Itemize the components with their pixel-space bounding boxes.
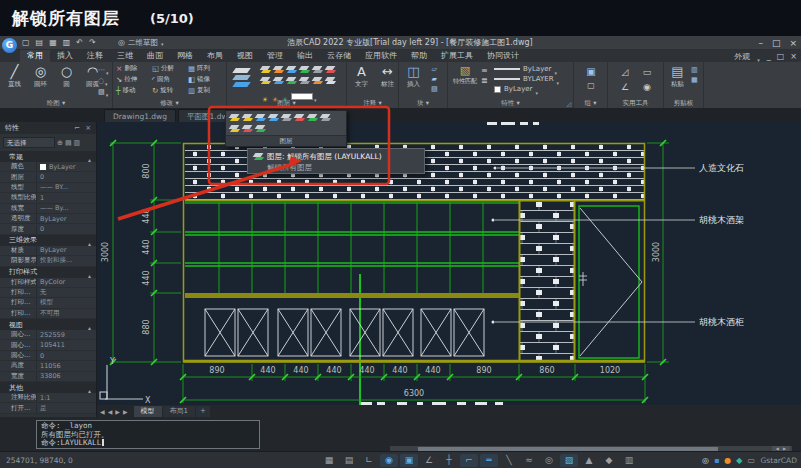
selector-icon-0[interactable]: ⊕ [57, 139, 63, 147]
draw-mini-2[interactable]: ▨ [98, 86, 109, 97]
quick-icon-4[interactable]: ↶ [76, 36, 83, 50]
property-row[interactable]: 圆心...105411 [0, 340, 96, 350]
ribbon-tab-曲面[interactable]: 曲面 [140, 50, 170, 62]
section-header-视图[interactable]: 视图 [0, 319, 96, 330]
insert-block-button[interactable]: ◫ 插入 [401, 64, 426, 88]
property-row[interactable]: 宽度33806 [0, 372, 96, 382]
panel-properties-label[interactable]: 特性 ▾ [448, 98, 573, 108]
layer-tool-icon-10[interactable] [311, 75, 324, 86]
modify-tool-删除[interactable]: ×删除 [116, 63, 152, 74]
property-row[interactable]: 打印...无 [0, 288, 96, 298]
layer-tool-icon-0[interactable] [259, 64, 272, 75]
quick-icon-5[interactable]: ↷ [89, 36, 96, 50]
ribbon-tab-管理[interactable]: 管理 [260, 50, 290, 62]
block-mini-icon-2[interactable]: ▨ [431, 84, 438, 94]
status-icon-6[interactable]: ┼ [440, 454, 458, 467]
status-icon-0[interactable]: ▦ [320, 454, 338, 467]
layout-tab-add[interactable]: + [196, 406, 210, 417]
status-icon-10[interactable]: ≈ [520, 454, 538, 467]
status-right-icon-4[interactable]: ▭ [747, 454, 755, 467]
status-icon-2[interactable]: ∟ [360, 454, 378, 467]
property-row[interactable]: 阴影显示投射和接... [0, 256, 96, 266]
panel-group-label[interactable]: 组 ▾ [574, 98, 607, 108]
layout-nav-icon-3[interactable]: ▶ [123, 408, 128, 415]
modify-tool-旋转[interactable]: ↻旋转 [152, 85, 188, 96]
property-row[interactable]: 线型比例1 [0, 193, 96, 203]
flyout-layer-tool-7[interactable] [319, 112, 332, 123]
draw-tool-圆[interactable]: ○圆 [54, 64, 79, 88]
window-control-1[interactable]: □ [772, 37, 781, 49]
status-icon-7[interactable]: ⌐ [460, 454, 478, 467]
utility-tool-icon-1[interactable]: ▭ [636, 65, 658, 80]
layer-tool-icon-5[interactable] [324, 64, 337, 75]
palette-pin-icon[interactable]: ⌐ [74, 124, 80, 132]
property-row[interactable]: 图层0 [0, 172, 96, 182]
selector-icon-2[interactable]: ▥ [74, 139, 81, 147]
layout-nav-icon-0[interactable]: ◀ [100, 408, 105, 415]
property-row[interactable]: 透明度ByLayer [0, 214, 96, 224]
drawing-canvas[interactable]: 800 440 440 440 880 3000 3000 890 440 44… [97, 122, 801, 405]
property-row[interactable]: 线宽—— By... [0, 204, 96, 214]
flyout-layer-tool-5[interactable] [293, 112, 306, 123]
flyout-layer-tool-3[interactable] [267, 112, 280, 123]
ribbon-tab-三维[interactable]: 三维 [110, 50, 140, 62]
utility-tool-icon-0[interactable]: ◿ [614, 65, 636, 80]
property-row[interactable]: 颜色ByLayer [0, 162, 96, 172]
command-input-line[interactable]: 命令:LAYULKALL [41, 439, 255, 448]
clipboard-mini-icon-1[interactable]: ▦ [691, 75, 698, 85]
flyout-panel-title[interactable]: 图层 [226, 135, 346, 146]
section-header-三维效果[interactable]: 三维效果 [0, 235, 96, 246]
ribbon-tab-协同设计[interactable]: 协同设计 [480, 50, 526, 62]
flyout-layer-tool-6[interactable] [306, 112, 319, 123]
ribbon-tab-云存储[interactable]: 云存储 [320, 50, 358, 62]
layer-properties-button[interactable] [230, 65, 254, 91]
group-button[interactable]: ▣▢ [574, 65, 608, 92]
block-mini-icon-1[interactable]: ▰ [431, 74, 438, 84]
quick-icon-1[interactable]: ▤ [36, 36, 44, 50]
property-row[interactable]: 注释比例1:1 [0, 393, 96, 403]
flyout-layer-tool2-1[interactable] [241, 123, 254, 134]
property-row[interactable]: 厚度0 [0, 224, 96, 234]
property-row[interactable]: 线型—— BY... [0, 183, 96, 193]
flyout-layer-tool-4[interactable] [280, 112, 293, 123]
layout-nav-icon-1[interactable]: ◀ [108, 408, 113, 415]
flyout-layer-tool-1[interactable] [241, 112, 254, 123]
layer-tool-icon-6[interactable] [259, 75, 272, 86]
status-icon-13[interactable]: ▲ [580, 454, 598, 467]
layer-tool-icon-1[interactable] [272, 64, 285, 75]
status-icon-3[interactable]: ◉ [380, 454, 398, 467]
status-right-icon-1[interactable]: ▪ [714, 454, 719, 467]
quick-icon-3[interactable]: ▥ [63, 36, 71, 50]
layer-tool-icon-9[interactable] [298, 75, 311, 86]
layer-tool-icon-2[interactable] [285, 64, 298, 75]
ribbon-tab-布局[interactable]: 布局 [200, 50, 230, 62]
section-header-常规[interactable]: 常规 [0, 151, 96, 162]
ribbon-tab-插入[interactable]: 插入 [50, 50, 80, 62]
modify-tool-阵列[interactable]: ▦阵列 [188, 63, 224, 74]
panel-draw-label[interactable]: 绘图 ▾ [0, 98, 112, 108]
property-row[interactable]: 打印...模型 [0, 298, 96, 308]
status-icon-1[interactable]: ▤ [340, 454, 358, 467]
gstarcad-logo-icon[interactable]: G [2, 38, 17, 53]
status-icon-8[interactable]: ═ [480, 454, 498, 467]
property-row[interactable]: 材质ByLayer [0, 246, 96, 256]
palette-close-icon[interactable]: × [85, 124, 91, 132]
property-row[interactable]: 高度11056 [0, 361, 96, 371]
lineweight-icon[interactable]: ≡≣ [481, 66, 488, 86]
draw-tool-圆环[interactable]: ◎圆环 [28, 64, 53, 88]
status-icon-15[interactable]: ▥ [620, 454, 638, 467]
status-icon-5[interactable]: ∠ [420, 454, 438, 467]
ribbon-tab-应用软件[interactable]: 应用软件 [358, 50, 404, 62]
layout-tab-布局1[interactable]: 布局1 [163, 406, 195, 417]
property-row[interactable]: 圆心...252559 [0, 330, 96, 340]
quick-icon-2[interactable]: ▦ [49, 36, 57, 50]
layout-tab-模型[interactable]: 模型 [134, 406, 162, 417]
status-icon-9[interactable]: ╲ [500, 454, 518, 467]
layer-tool-icon-11[interactable] [324, 75, 337, 86]
flyout-layer-tool2-0[interactable] [228, 123, 241, 134]
property-dropdown-1[interactable]: BYLAYER [494, 74, 559, 84]
status-icon-14[interactable]: ◆ [600, 454, 618, 467]
paste-button[interactable]: ▤ 粘贴 [665, 64, 690, 88]
ungroup-icon[interactable]: ▢ [587, 81, 595, 90]
selection-dropdown[interactable]: 无选择 [3, 137, 55, 148]
